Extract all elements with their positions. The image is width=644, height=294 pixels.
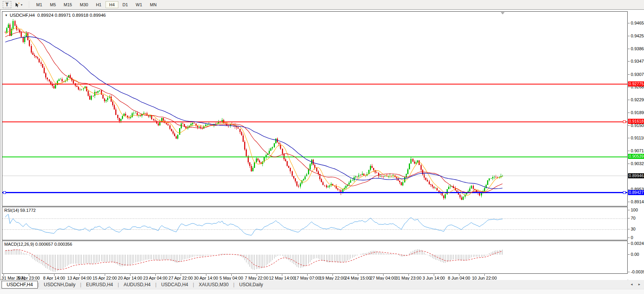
- price-axis-tick: [628, 36, 630, 36]
- rsi-axis-label: 30: [631, 227, 635, 231]
- timeframe-button-m5[interactable]: M5: [46, 1, 59, 8]
- price-axis-label: 0.94250: [631, 33, 644, 38]
- rsi-label: RSI(14) 59.1772: [4, 208, 36, 213]
- status-strip: [0, 289, 644, 294]
- rsi-axis-label: 100: [631, 208, 638, 212]
- timeframe-button-w1[interactable]: W1: [132, 1, 146, 8]
- macd-axis-label: -0.003939: [631, 269, 644, 274]
- timeframe-button-h4[interactable]: H4: [106, 1, 118, 8]
- rsi-axis-tick: [628, 210, 630, 210]
- cursor-tool-button[interactable]: ▾: [13, 1, 25, 8]
- tab-scroll-controls: ◄ ►: [630, 280, 641, 289]
- level-price-badge: 0.90539: [628, 154, 644, 159]
- macd-axis-label: 0.00: [631, 252, 639, 257]
- price-axis-tick: [628, 189, 630, 190]
- price-axis-label: 0.93470: [631, 59, 644, 63]
- price-axis-label: 0.93860: [631, 46, 644, 51]
- price-axis-tick: [628, 125, 630, 126]
- chart-tab-usoil[interactable]: USOil,Daily: [234, 281, 267, 289]
- level-price-badge: 0.89427: [628, 190, 644, 195]
- current-price-badge: 0.89946: [628, 173, 644, 178]
- price-axis-tick: [628, 74, 630, 75]
- level-price-badge: 0.92775: [628, 81, 644, 86]
- macd-axis-label: 0.002465: [631, 241, 644, 246]
- price-axis-label: 0.93070: [631, 72, 644, 77]
- price-axis-tick: [628, 23, 630, 23]
- macd-axis-tick: [628, 254, 630, 255]
- timeframe-toolbar: M1M5M15M30H1H4D1W1MN: [32, 1, 160, 8]
- timeframe-button-mn[interactable]: MN: [146, 1, 160, 8]
- chart-tab-audusd[interactable]: AUDUSD,H4: [119, 281, 155, 289]
- rsi-axis-tick: [628, 218, 630, 218]
- price-axis-label: 0.92290: [631, 97, 644, 102]
- timeframe-button-d1[interactable]: D1: [119, 1, 132, 8]
- rsi-axis-label: 70: [631, 216, 635, 220]
- tab-scroll-left-icon[interactable]: ◄: [630, 283, 633, 286]
- macd-indicator-pane[interactable]: MACD(12,26,9) 0.000657 0.000356: [2, 241, 628, 274]
- timeframe-button-h1[interactable]: H1: [92, 1, 105, 8]
- chart-tabs: USDCHF,H4|USDCNH,Daily|EURUSD,H4|AUDUSD,…: [0, 281, 268, 289]
- price-axis-label: 0.90710: [631, 148, 644, 153]
- toolbar-grip: [28, 2, 30, 8]
- chart-tab-xauusd[interactable]: XAUUSD,M30: [194, 281, 233, 289]
- price-axis-label: 0.94650: [631, 21, 644, 25]
- dropdown-arrow-icon: ▾: [21, 3, 22, 7]
- rsi-indicator-pane[interactable]: RSI(14) 59.1772: [2, 207, 628, 240]
- text-tool-icon: T: [5, 2, 8, 7]
- macd-axis-tick: [628, 243, 630, 244]
- chart-tab-usdcnh[interactable]: USDCNH,Daily: [39, 281, 80, 289]
- price-axis[interactable]: 0.946500.942500.938600.934700.930700.926…: [628, 10, 644, 280]
- rsi-axis-tick: [628, 238, 630, 238]
- chart-tab-usdchf[interactable]: USDCHF,H4: [2, 281, 38, 289]
- price-axis-tick: [628, 202, 630, 202]
- macd-axis-tick: [628, 272, 630, 272]
- chart-window: ▼USDCHF,H4 0.89924 0.89971 0.89918 0.899…: [0, 9, 644, 280]
- timeframe-button-m30[interactable]: M30: [76, 1, 91, 8]
- rsi-axis-tick: [628, 229, 630, 229]
- price-axis-tick: [628, 164, 630, 164]
- level-price-badge: 0.91618: [628, 119, 644, 124]
- timeframe-button-m1[interactable]: M1: [33, 1, 46, 8]
- cursor-tool-icon: [15, 2, 20, 8]
- rsi-axis-label: 0: [631, 235, 633, 240]
- collapse-arrow-icon: ▼: [5, 14, 8, 17]
- price-axis-tick: [628, 138, 630, 138]
- text-tool-button[interactable]: T: [3, 1, 11, 8]
- tab-scroll-right-icon[interactable]: ►: [638, 283, 641, 286]
- main-chart-area[interactable]: ▼USDCHF,H4 0.89924 0.89971 0.89918 0.899…: [2, 11, 628, 206]
- price-axis-tick: [628, 61, 630, 62]
- timeframe-button-m15[interactable]: M15: [60, 1, 76, 8]
- chart-title: ▼USDCHF,H4 0.89924 0.89971 0.89918 0.899…: [5, 13, 106, 18]
- price-axis-label: 0.89140: [631, 199, 644, 204]
- price-axis-tick: [628, 87, 630, 87]
- chart-tab-bar: USDCHF,H4|USDCNH,Daily|EURUSD,H4|AUDUSD,…: [0, 280, 644, 289]
- price-axis-tick: [628, 100, 630, 100]
- chart-tab-usdcad[interactable]: USDCAD,H4: [157, 281, 193, 289]
- price-axis-label: 0.91890: [631, 110, 644, 115]
- chart-shift-icon: [501, 12, 505, 14]
- price-axis-label: 0.91110: [631, 136, 644, 140]
- price-axis-tick: [628, 49, 630, 49]
- macd-label: MACD(12,26,9) 0.000657 0.000356: [4, 242, 72, 246]
- price-axis-tick: [628, 113, 630, 113]
- top-toolbar: T ▾ M1M5M15M30H1H4D1W1MN: [0, 0, 644, 9]
- chart-title-text: USDCHF,H4 0.89924 0.89971 0.89918 0.8994…: [10, 13, 106, 18]
- chart-tab-eurusd[interactable]: EURUSD,H4: [81, 281, 118, 289]
- price-axis-label: 0.90320: [631, 161, 644, 166]
- price-axis-tick: [628, 151, 630, 151]
- time-axis[interactable]: 31 Mar 20215 Apr 23:008 Apr 14:0013 Apr …: [2, 274, 628, 280]
